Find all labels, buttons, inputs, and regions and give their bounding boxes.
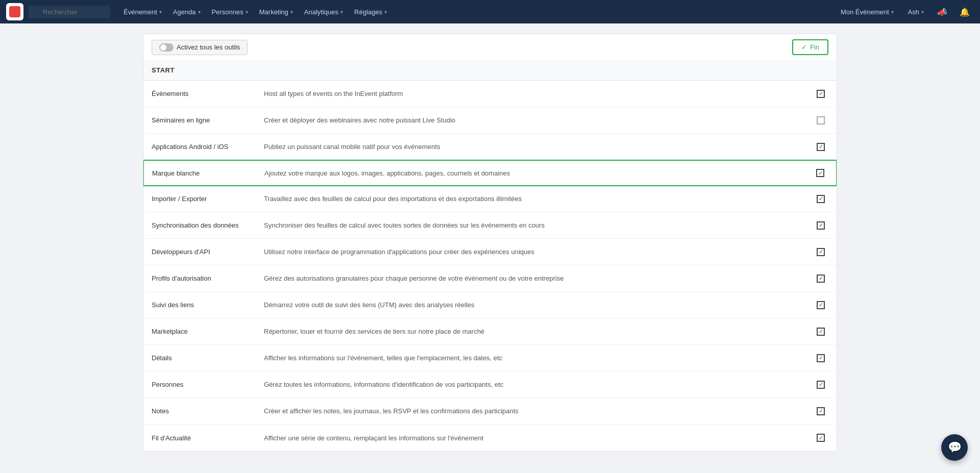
chevron-down-icon: ▾ bbox=[246, 9, 248, 15]
feature-desc: Répertorier, louer et fournir des servic… bbox=[264, 328, 813, 335]
feature-desc: Utilisez notre interface de programmatio… bbox=[264, 248, 813, 256]
fin-button[interactable]: ✓ Fin bbox=[792, 39, 828, 55]
nav-item-personnes[interactable]: Personnes ▾ bbox=[207, 5, 253, 19]
nav-right: Mon Événement ▾ Ash ▾ 📣 🔔 bbox=[836, 4, 974, 20]
feature-checkbox[interactable]: ✓ bbox=[813, 221, 828, 230]
feature-row: ÉvénementsHost all types of events on th… bbox=[143, 81, 837, 107]
feature-desc: Afficher une série de contenu, remplaçan… bbox=[264, 434, 813, 442]
checkbox-checked-icon[interactable]: ✓ bbox=[817, 434, 825, 442]
chevron-down-icon: ▾ bbox=[198, 9, 201, 15]
feature-checkbox[interactable]: ✓ bbox=[813, 328, 828, 336]
nav-item-marketing[interactable]: Marketing ▾ bbox=[254, 5, 298, 19]
search-input[interactable] bbox=[29, 6, 110, 18]
section-start: START bbox=[143, 60, 837, 81]
checkbox-unchecked-icon[interactable] bbox=[817, 116, 825, 125]
bell-icon[interactable]: 🔔 bbox=[955, 4, 974, 20]
feature-name: Personnes bbox=[152, 381, 264, 388]
feature-name: Fil d'Actualité bbox=[152, 434, 264, 442]
checkbox-checked-icon[interactable]: ✓ bbox=[817, 407, 825, 415]
activate-all-button[interactable]: Activez tous les outils bbox=[152, 40, 248, 55]
feature-name: Détails bbox=[152, 354, 264, 362]
feature-name: Applications Android / iOS bbox=[152, 143, 264, 151]
checkbox-checked-icon[interactable]: ✓ bbox=[817, 248, 825, 256]
chevron-down-icon: ▾ bbox=[921, 9, 924, 15]
feature-checkbox[interactable] bbox=[813, 116, 828, 125]
feature-checkbox[interactable]: ✓ bbox=[813, 248, 828, 256]
chat-button[interactable]: 💬 bbox=[941, 434, 968, 461]
feature-checkbox[interactable]: ✓ bbox=[813, 407, 828, 415]
feature-checkbox[interactable]: ✓ bbox=[813, 90, 828, 98]
feature-name: Événements bbox=[152, 90, 264, 97]
feature-desc: Synchroniser des feuilles de calcul avec… bbox=[264, 221, 813, 229]
feature-checkbox[interactable]: ✓ bbox=[813, 301, 828, 309]
feature-checkbox[interactable]: ✓ bbox=[813, 354, 828, 362]
feature-desc: Publiez un puissant canal mobile natif p… bbox=[264, 143, 813, 151]
checkbox-checked-icon[interactable]: ✓ bbox=[817, 328, 825, 336]
feature-desc: Créer et déployer des webinaires avec no… bbox=[264, 116, 813, 124]
feature-row: NotesCréer et afficher les notes, les jo… bbox=[143, 398, 837, 425]
feature-desc: Créer et afficher les notes, les journau… bbox=[264, 407, 813, 415]
feature-desc: Travaillez avec des feuilles de calcul p… bbox=[264, 195, 813, 203]
checkbox-checked-icon[interactable]: ✓ bbox=[817, 221, 825, 230]
feature-checkbox[interactable]: ✓ bbox=[813, 169, 828, 177]
feature-desc: Gérez toutes les informations, informati… bbox=[264, 381, 813, 388]
feature-row: Marque blancheAjoutez votre marque aux l… bbox=[143, 160, 837, 186]
nav-user-ash[interactable]: Ash ▾ bbox=[903, 5, 929, 19]
checkbox-checked-icon[interactable]: ✓ bbox=[817, 354, 825, 362]
chevron-down-icon: ▾ bbox=[159, 9, 162, 15]
nav-item-agenda[interactable]: Agenda ▾ bbox=[168, 5, 206, 19]
feature-checkbox[interactable]: ✓ bbox=[813, 143, 828, 151]
chat-icon: 💬 bbox=[948, 441, 962, 454]
feature-row: Profils d'autorisationGérez des autorisa… bbox=[143, 265, 837, 292]
feature-desc: Démarrez votre outil de suivi des liens … bbox=[264, 301, 813, 309]
nav-items: Événement ▾ Agenda ▾ Personnes ▾ Marketi… bbox=[118, 5, 836, 19]
checkbox-checked-icon[interactable]: ✓ bbox=[817, 195, 825, 203]
feature-row: MarketplaceRépertorier, louer et fournir… bbox=[143, 318, 837, 345]
checkbox-checked-icon[interactable]: ✓ bbox=[817, 275, 825, 283]
feature-name: Développeurs d'API bbox=[152, 248, 264, 256]
navbar: 🔍 Événement ▾ Agenda ▾ Personnes ▾ Marke… bbox=[0, 0, 980, 23]
feature-name: Marketplace bbox=[152, 328, 264, 335]
toolbar: Activez tous les outils ✓ Fin bbox=[143, 34, 837, 60]
feature-checkbox[interactable]: ✓ bbox=[813, 195, 828, 203]
feature-checkbox[interactable]: ✓ bbox=[813, 434, 828, 442]
check-icon: ✓ bbox=[801, 43, 807, 51]
app-logo[interactable] bbox=[6, 3, 23, 20]
feature-row: Séminaires en ligneCréer et déployer des… bbox=[143, 107, 837, 134]
feature-checkbox[interactable]: ✓ bbox=[813, 275, 828, 283]
checkbox-checked-icon[interactable]: ✓ bbox=[817, 143, 825, 151]
feature-name: Synchronisation des données bbox=[152, 221, 264, 229]
feature-desc: Afficher les informations sur l'événemen… bbox=[264, 354, 813, 362]
feature-row: Fil d'ActualitéAfficher une série de con… bbox=[143, 425, 837, 451]
checkbox-checked-icon[interactable]: ✓ bbox=[817, 381, 825, 389]
feature-row: Applications Android / iOSPubliez un pui… bbox=[143, 134, 837, 160]
feature-row: Synchronisation des donnéesSynchroniser … bbox=[143, 212, 837, 239]
nav-item-evenement[interactable]: Événement ▾ bbox=[118, 5, 167, 19]
feature-desc: Gérez des autorisations granulaires pour… bbox=[264, 275, 813, 282]
feature-name: Notes bbox=[152, 407, 264, 415]
feature-name: Importer / Exporter bbox=[152, 195, 264, 203]
feature-row: Développeurs d'APIUtilisez notre interfa… bbox=[143, 239, 837, 265]
nav-item-reglages[interactable]: Réglages ▾ bbox=[349, 5, 392, 19]
chevron-down-icon: ▾ bbox=[340, 9, 343, 15]
main-content: Activez tous les outils ✓ Fin START Évén… bbox=[0, 23, 980, 473]
chevron-down-icon: ▾ bbox=[384, 9, 387, 15]
search-wrapper: 🔍 bbox=[29, 6, 110, 18]
feature-name: Marque blanche bbox=[152, 169, 264, 177]
feature-name: Suivi des liens bbox=[152, 301, 264, 309]
feature-checkbox[interactable]: ✓ bbox=[813, 381, 828, 389]
features-table: START ÉvénementsHost all types of events… bbox=[143, 60, 837, 452]
feature-desc: Ajoutez votre marque aux logos, images, … bbox=[264, 169, 813, 177]
feature-desc: Host all types of events on the InEvent … bbox=[264, 90, 813, 97]
checkbox-checked-icon[interactable]: ✓ bbox=[816, 169, 824, 177]
nav-item-analytiques[interactable]: Analytiques ▾ bbox=[299, 5, 348, 19]
feature-name: Profils d'autorisation bbox=[152, 275, 264, 282]
chevron-down-icon: ▾ bbox=[891, 9, 894, 15]
megaphone-icon[interactable]: 📣 bbox=[933, 4, 951, 20]
feature-name: Séminaires en ligne bbox=[152, 116, 264, 124]
feature-row: PersonnesGérez toutes les informations, … bbox=[143, 371, 837, 398]
checkbox-checked-icon[interactable]: ✓ bbox=[817, 301, 825, 309]
feature-row: DétailsAfficher les informations sur l'é… bbox=[143, 345, 837, 371]
checkbox-checked-icon[interactable]: ✓ bbox=[817, 90, 825, 98]
nav-mon-evenement[interactable]: Mon Événement ▾ bbox=[836, 5, 899, 19]
